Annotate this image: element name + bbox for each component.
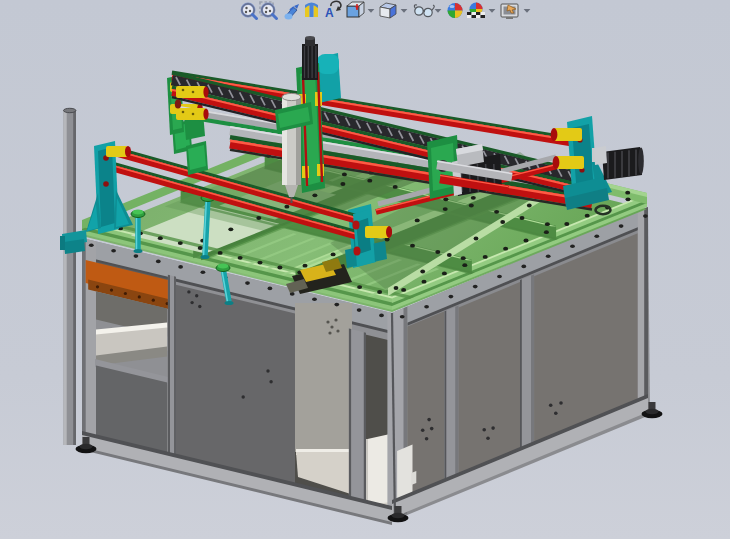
svg-text:A: A [325,6,334,20]
